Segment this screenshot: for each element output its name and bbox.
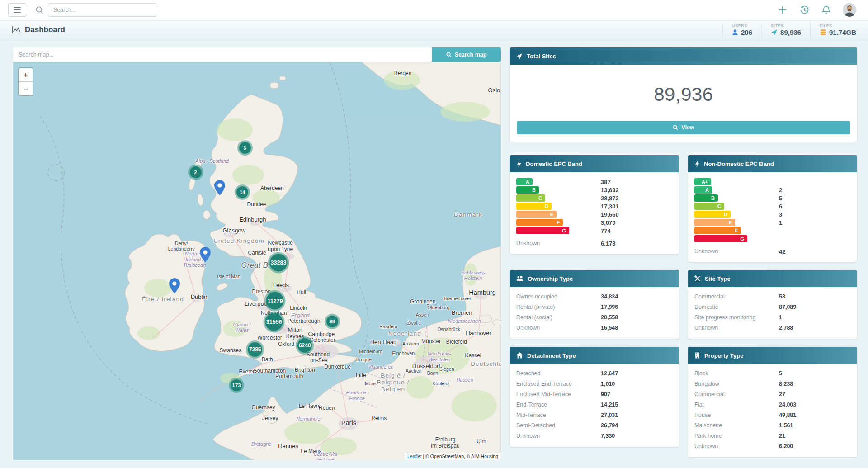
epc-band-value: 3	[779, 211, 782, 218]
menu-icon[interactable]	[8, 3, 26, 17]
stat-sites-label: SITES	[771, 24, 801, 28]
map-cluster-marker[interactable]: 14	[235, 184, 250, 200]
site-type-card: Site Type Commercial58Domestic87,089Site…	[688, 270, 857, 339]
stat-row: Commercial27	[694, 389, 851, 400]
map-cluster-marker[interactable]: 11279	[264, 290, 286, 312]
home-icon	[516, 352, 523, 359]
stat-sites: SITES 89,936	[761, 23, 801, 37]
epc-band-bar: E	[516, 211, 557, 218]
add-icon[interactable]	[778, 5, 788, 15]
map-zoom-control: + −	[18, 67, 33, 96]
map-attribution: Leaflet | © OpenStreetMap, © AIM Housing	[405, 453, 501, 460]
stat-row: Detached12,647	[516, 369, 673, 379]
map-search-button[interactable]: Search map	[432, 47, 501, 62]
leaflet-link[interactable]: Leaflet	[407, 454, 422, 459]
search-input[interactable]	[48, 3, 156, 17]
search-icon	[35, 6, 43, 14]
history-icon[interactable]	[799, 5, 810, 15]
epc-band-row: E1	[694, 218, 851, 227]
epc-band-row: G774	[516, 227, 673, 235]
map-cluster-marker[interactable]: 7285	[246, 340, 264, 359]
users-icon	[516, 275, 524, 282]
epc-band-row: D17,301	[516, 202, 673, 210]
bolt-icon	[694, 161, 700, 167]
stat-row: House49,881	[694, 410, 851, 421]
epc-band-value: 6	[779, 203, 782, 210]
epc-band-row: G	[694, 235, 851, 243]
stat-row: Enclosed Mid-Terrace907	[516, 389, 673, 400]
avatar[interactable]	[843, 3, 856, 17]
stat-files-label: FILES	[820, 24, 856, 28]
stat-row: Semi-Detached26,794	[516, 421, 673, 431]
total-sites-header: Total Sites	[510, 47, 857, 65]
map-panel: Search map	[13, 47, 501, 460]
map-cluster-marker[interactable]: 173	[229, 378, 244, 393]
search-icon	[673, 125, 678, 130]
subheader: Dashboard USERS 206 SITES 89,936 FILES	[0, 20, 868, 40]
total-sites-value: 89,936	[517, 84, 850, 105]
stat-row: Bungalow8,238	[694, 379, 851, 389]
epc-band-row: F3,070	[516, 218, 673, 227]
view-button[interactable]: View	[517, 121, 850, 134]
stat-row: Unknown2,788	[694, 323, 851, 333]
domestic-epc-card: Domestic EPC Band A387B13,632C28,872D17,…	[510, 155, 679, 254]
epc-band-bar: F	[694, 227, 741, 234]
epc-band-value: 5	[779, 195, 782, 202]
epc-band-row: A2	[694, 186, 851, 194]
epc-band-value: 13,632	[601, 187, 619, 194]
map-cluster-marker[interactable]: 31556	[264, 311, 285, 332]
epc-band-value: 1	[779, 219, 782, 226]
property-type-header: Property Type	[688, 347, 857, 364]
epc-band-value: 19,660	[601, 211, 619, 218]
epc-band-row: C6	[694, 202, 851, 210]
map-cluster-marker[interactable]: 33283	[268, 252, 289, 273]
epc-band-row: B13,632	[516, 186, 673, 194]
epc-band-bar: D	[516, 203, 552, 210]
map-cluster-marker[interactable]: 2	[188, 165, 203, 180]
domestic-epc-header: Domestic EPC Band	[510, 155, 679, 172]
stat-row: End-Terrace14,215	[516, 400, 673, 410]
map-pin-marker[interactable]	[200, 247, 211, 264]
chart-area-icon	[12, 26, 21, 34]
total-sites-card: Total Sites 89,936 View	[510, 47, 857, 142]
map-pin-marker[interactable]	[214, 180, 225, 197]
map-search-input[interactable]	[13, 47, 432, 62]
epc-band-row: C28,872	[516, 194, 673, 202]
epc-band-bar: B	[516, 186, 539, 194]
map-cluster-marker[interactable]: 3	[237, 140, 253, 156]
stat-row: Park home21	[694, 431, 851, 441]
epc-band-value: 17,301	[601, 203, 619, 210]
site-type-header: Site Type	[688, 270, 857, 287]
stat-users: USERS 206	[722, 23, 752, 37]
stat-files: FILES 91.74GB	[810, 23, 856, 37]
location-arrow-icon	[516, 53, 523, 59]
stat-row: Owner-occupied34,834	[516, 292, 673, 302]
top-navbar	[0, 0, 868, 20]
ownership-type-card: Ownership Type Owner-occupied34,834Renta…	[510, 270, 679, 339]
epc-band-bar: G	[516, 227, 569, 234]
epc-band-bar: E	[694, 219, 735, 226]
bell-icon[interactable]	[821, 5, 831, 15]
search-icon	[446, 52, 452, 57]
epc-band-row: A+	[694, 178, 851, 186]
stat-files-value: 91.74GB	[820, 28, 856, 36]
map[interactable]: BergenOsloAlba / ScotlandAberdeenDundeeE…	[13, 62, 501, 460]
ownership-type-header: Ownership Type	[510, 270, 679, 287]
stat-row: Site progress monitoring1	[694, 312, 851, 323]
header-stats: USERS 206 SITES 89,936 FILES	[713, 23, 856, 37]
epc-band-row: E19,660	[516, 210, 673, 218]
epc-band-bar: C	[516, 194, 545, 202]
dashboard-cards: Total Sites 89,936 View Domestic EP	[510, 47, 857, 468]
map-pin-marker[interactable]	[169, 278, 180, 295]
zoom-in-button[interactable]: +	[19, 68, 33, 82]
map-cluster-marker[interactable]: 98	[325, 314, 340, 329]
stat-row: Unknown16,548	[516, 323, 673, 333]
map-cluster-marker[interactable]: 6240	[296, 336, 314, 355]
epc-band-bar: G	[694, 235, 747, 242]
epc-band-value: 28,872	[601, 195, 619, 202]
stat-row: Block5	[694, 369, 851, 379]
page-title: Dashboard	[12, 25, 65, 34]
zoom-out-button[interactable]: −	[19, 82, 33, 95]
bolt-icon	[516, 161, 522, 167]
epc-unknown-row: Unknown42	[694, 247, 851, 255]
